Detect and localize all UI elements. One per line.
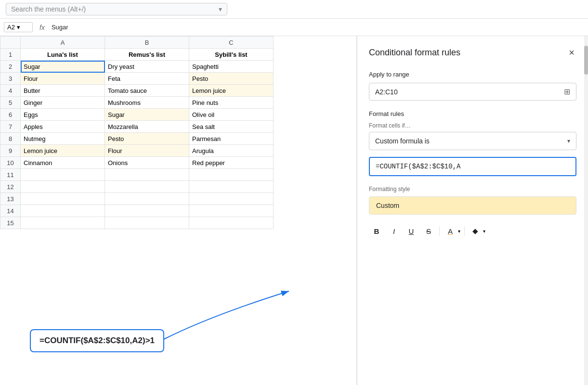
table-row[interactable]: Arugula (189, 145, 274, 157)
table-row[interactable] (21, 169, 105, 181)
cell-reference[interactable]: A2 ▾ (4, 22, 33, 32)
top-bar: Search the menus (Alt+/) ▾ (0, 0, 588, 19)
table-row[interactable]: Red pepper (189, 157, 274, 169)
font-color-label: A (448, 227, 453, 235)
table-row[interactable]: Pesto (105, 133, 189, 145)
col-header-a: A (21, 37, 105, 49)
table-row[interactable]: Sybill's list (189, 49, 274, 61)
table-row[interactable] (105, 181, 189, 193)
col-header-b: B (105, 37, 189, 49)
formula-bar: A2 ▾ fx Sugar (0, 19, 588, 36)
search-placeholder: Search the menus (Alt+/) (11, 5, 86, 13)
row-header-4: 4 (0, 85, 21, 97)
panel-scrollbar-thumb (584, 46, 588, 75)
table-row[interactable]: Olive oil (189, 109, 274, 121)
table-row[interactable]: Cinnamon (21, 157, 105, 169)
table-row[interactable] (189, 193, 274, 205)
font-color-button[interactable]: A (443, 223, 458, 239)
row-header-9: 9 (0, 145, 21, 157)
table-row[interactable]: Sugar (105, 109, 189, 121)
italic-button[interactable]: I (386, 223, 402, 239)
row-header-7: 7 (0, 121, 21, 133)
row-header-8: 8 (0, 133, 21, 145)
table-row[interactable]: Lemon juice (189, 85, 274, 97)
fill-color-arrow[interactable]: ▾ (483, 228, 486, 235)
table-row[interactable] (105, 193, 189, 205)
range-input-row[interactable]: A2:C10 ⊞ (369, 83, 576, 101)
search-box[interactable]: Search the menus (Alt+/) ▾ (6, 3, 227, 15)
strikethrough-button[interactable]: S (421, 223, 436, 239)
format-rules-section: Format rules Format cells if… Custom for… (369, 110, 576, 176)
callout-bubble: =COUNTIF($A$2:$C$10,A2)>1 (30, 329, 164, 352)
panel-scrollbar[interactable] (584, 36, 588, 385)
style-preview: Custom (369, 196, 576, 215)
fill-color-label: ◆ (472, 227, 478, 235)
col-header-c: C (189, 37, 274, 49)
row-header-11: 11 (0, 169, 21, 181)
fill-color-picker[interactable]: ◆ ▾ (468, 223, 486, 239)
table-row[interactable]: Flour (21, 73, 105, 85)
table-row[interactable]: Spaghetti (189, 61, 274, 73)
table-row[interactable]: Parmesan (189, 133, 274, 145)
table-row[interactable]: Mozzarella (105, 121, 189, 133)
table-row[interactable] (21, 193, 105, 205)
font-color-arrow[interactable]: ▾ (458, 228, 461, 235)
toolbar-divider-1 (439, 226, 440, 236)
table-row[interactable]: Lemon juice (21, 145, 105, 157)
bold-button[interactable]: B (369, 223, 384, 239)
table-row[interactable]: Eggs (21, 109, 105, 121)
table-row[interactable] (105, 169, 189, 181)
table-row[interactable]: Sea salt (189, 121, 274, 133)
table-row[interactable] (21, 217, 105, 229)
row-header-1: 1 (0, 49, 21, 61)
dropdown-selected-value: Custom formula is (375, 137, 430, 145)
dropdown-arrow-icon: ▾ (567, 138, 570, 144)
table-row[interactable] (21, 205, 105, 217)
table-row[interactable]: Nutmeg (21, 133, 105, 145)
table-row[interactable]: Flour (105, 145, 189, 157)
table-row[interactable]: Luna's list (21, 49, 105, 61)
table-row[interactable] (189, 205, 274, 217)
row-header-12: 12 (0, 181, 21, 193)
range-value: A2:C10 (375, 88, 560, 96)
table-row[interactable] (21, 181, 105, 193)
formatting-style-label: Formatting style (369, 186, 576, 192)
table-row[interactable]: Feta (105, 73, 189, 85)
table-row[interactable]: Pesto (189, 73, 274, 85)
table-row[interactable]: Apples (21, 121, 105, 133)
table-row[interactable] (189, 217, 274, 229)
table-row[interactable] (189, 181, 274, 193)
table-row[interactable]: Butter (21, 85, 105, 97)
corner-header (0, 37, 21, 49)
table-row[interactable] (105, 217, 189, 229)
cell-ref-value: A2 (7, 24, 15, 31)
row-header-15: 15 (0, 217, 21, 229)
row-header-13: 13 (0, 193, 21, 205)
underline-button[interactable]: U (404, 223, 419, 239)
formula-input[interactable]: =COUNTIF($A$2:$C$10,A (369, 157, 576, 176)
apply-to-range-label: Apply to range (369, 71, 576, 78)
table-row[interactable]: Mushrooms (105, 97, 189, 109)
table-row[interactable] (189, 169, 274, 181)
table-row[interactable]: Remus's list (105, 49, 189, 61)
search-dropdown-icon[interactable]: ▾ (219, 5, 222, 13)
table-row[interactable]: Tomato sauce (105, 85, 189, 97)
grid-select-icon[interactable]: ⊞ (564, 87, 570, 96)
format-condition-dropdown[interactable]: Custom formula is ▾ (369, 132, 576, 150)
fill-color-button[interactable]: ◆ (468, 223, 483, 239)
fx-label: fx (37, 24, 48, 31)
table-row[interactable]: Onions (105, 157, 189, 169)
row-header-10: 10 (0, 157, 21, 169)
cell-ref-arrow: ▾ (17, 24, 20, 31)
table-row[interactable]: Ginger (21, 97, 105, 109)
close-button[interactable]: × (567, 46, 576, 59)
panel-title: Conditional format rules (369, 48, 460, 58)
table-row[interactable] (105, 205, 189, 217)
table-row[interactable]: Sugar (21, 61, 105, 73)
format-rules-label: Format rules (369, 110, 576, 117)
table-row[interactable]: Pine nuts (189, 97, 274, 109)
formula-bar-value: Sugar (52, 24, 68, 31)
table-row[interactable]: Dry yeast (105, 61, 189, 73)
callout-formula: =COUNTIF($A$2:$C$10,A2)>1 (39, 336, 155, 345)
font-color-picker[interactable]: A ▾ (443, 223, 461, 239)
